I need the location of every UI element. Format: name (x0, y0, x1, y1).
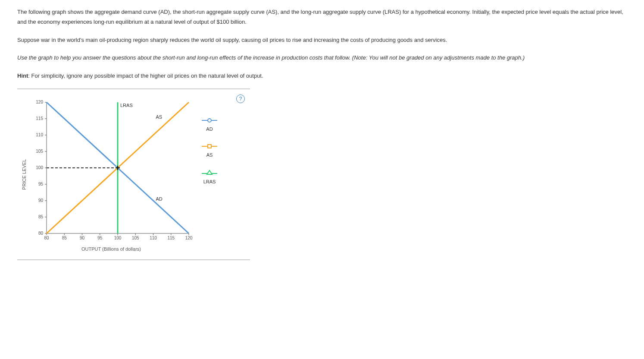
svg-text:90: 90 (80, 236, 85, 240)
as-legend-icon (201, 144, 218, 149)
svg-text:115: 115 (167, 236, 175, 240)
legend-label-lras: LRAS (203, 179, 216, 184)
legend-item-as[interactable]: AS (201, 144, 218, 157)
chart-plot[interactable]: 8085909510010511011512080859095100105110… (29, 98, 193, 245)
graph-section: ? PRICE LEVEL 80859095100105110115120808… (17, 88, 250, 260)
svg-text:90: 90 (38, 198, 44, 203)
svg-text:105: 105 (36, 149, 43, 154)
svg-text:110: 110 (150, 236, 157, 240)
graph-frame: ? PRICE LEVEL 80859095100105110115120808… (17, 88, 250, 260)
svg-text:80: 80 (44, 236, 49, 240)
svg-text:110: 110 (36, 132, 43, 137)
paragraph-1: The following graph shows the aggregate … (17, 7, 627, 27)
legend-item-ad[interactable]: AD (201, 118, 218, 132)
svg-text:115: 115 (36, 116, 43, 121)
ad-legend-icon (201, 118, 218, 123)
svg-marker-50 (207, 170, 212, 174)
svg-text:85: 85 (62, 236, 67, 240)
svg-text:95: 95 (38, 182, 44, 186)
svg-point-46 (208, 119, 211, 122)
chart-wrap: PRICE LEVEL 8085909510010511011512080859… (22, 98, 193, 252)
svg-text:100: 100 (114, 236, 122, 240)
legend-label-ad: AD (206, 126, 213, 132)
legend-label-as: AS (206, 152, 213, 157)
svg-text:AD: AD (156, 196, 163, 202)
svg-text:120: 120 (36, 100, 43, 104)
paragraph-2: Suppose war in the world's main oil-prod… (17, 35, 627, 45)
y-axis-label: PRICE LEVEL (22, 159, 27, 190)
x-axis-label: OUTPUT (Billions of dollars) (81, 246, 141, 252)
svg-text:105: 105 (132, 236, 139, 240)
paragraph-3: Use the graph to help you answer the que… (17, 53, 627, 63)
svg-text:LRAS: LRAS (120, 103, 133, 108)
svg-text:95: 95 (97, 236, 103, 240)
svg-text:120: 120 (185, 236, 193, 240)
svg-text:85: 85 (38, 214, 44, 219)
question-text: The following graph shows the aggregate … (17, 7, 627, 81)
svg-rect-48 (208, 145, 211, 148)
svg-text:100: 100 (36, 165, 43, 170)
legend-item-lras[interactable]: LRAS (201, 170, 218, 184)
svg-text:80: 80 (38, 231, 44, 236)
svg-text:AS: AS (156, 114, 163, 120)
lras-legend-icon (201, 170, 218, 176)
hint-line: Hint: For simplicity, ignore any possibl… (17, 71, 627, 81)
help-icon[interactable]: ? (236, 94, 245, 103)
legend-palette: AD AS LRAS (201, 118, 218, 196)
